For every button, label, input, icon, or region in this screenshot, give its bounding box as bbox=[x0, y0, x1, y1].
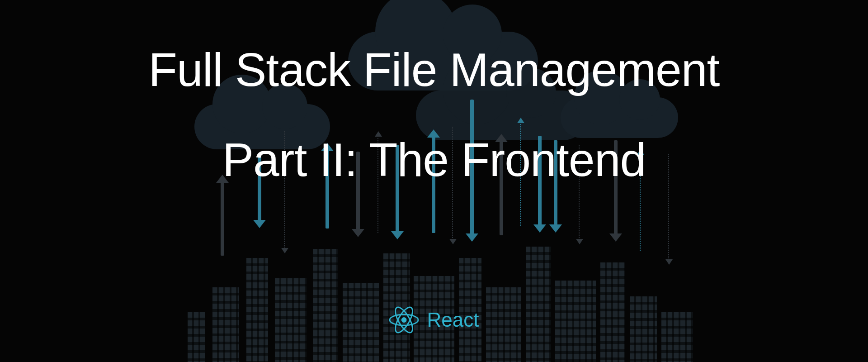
city-skyline bbox=[163, 226, 705, 362]
hero-section: Full Stack File Management Part II: The … bbox=[0, 45, 868, 185]
building-shape bbox=[212, 287, 239, 362]
page-subtitle: Part II: The Frontend bbox=[0, 135, 868, 185]
react-logo-icon bbox=[389, 305, 419, 335]
page-title: Full Stack File Management bbox=[0, 45, 868, 95]
building-shape bbox=[275, 278, 307, 362]
building-shape bbox=[343, 283, 379, 362]
building-shape bbox=[313, 249, 338, 362]
tech-badge: React bbox=[389, 305, 479, 335]
building-shape bbox=[188, 312, 205, 362]
svg-point-0 bbox=[401, 317, 407, 323]
building-shape bbox=[555, 281, 596, 362]
building-shape bbox=[246, 258, 268, 362]
building-shape bbox=[526, 247, 551, 362]
building-shape bbox=[486, 287, 521, 362]
tech-badge-label: React bbox=[427, 309, 479, 331]
building-shape bbox=[661, 312, 693, 362]
building-shape bbox=[600, 262, 625, 362]
building-shape bbox=[630, 296, 657, 362]
upload-arrow-icon bbox=[221, 181, 224, 256]
